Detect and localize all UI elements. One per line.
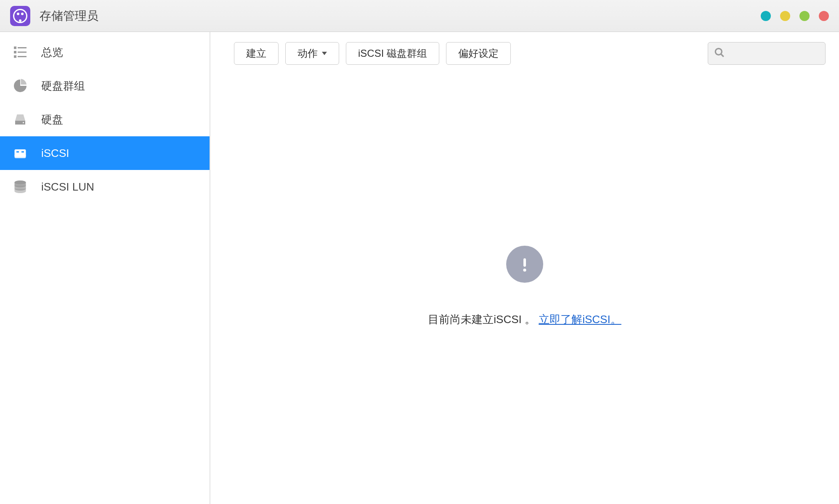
- window-maximize-button[interactable]: [799, 11, 810, 21]
- svg-point-12: [715, 48, 722, 55]
- disk-icon: [11, 110, 29, 129]
- preferences-button[interactable]: 偏好设定: [446, 42, 511, 65]
- sidebar-item-disk[interactable]: 硬盘: [0, 103, 210, 136]
- svg-rect-2: [14, 51, 16, 53]
- learn-more-link[interactable]: 立即了解iSCSI。: [539, 313, 621, 326]
- toolbar: 建立 动作 iSCSI 磁盘群组 偏好设定: [210, 32, 839, 69]
- button-label: iSCSI 磁盘群组: [358, 47, 427, 60]
- svg-rect-0: [14, 47, 16, 49]
- main-content: 建立 动作 iSCSI 磁盘群组 偏好设定: [210, 32, 839, 504]
- svg-point-15: [523, 268, 526, 271]
- svg-rect-10: [21, 151, 24, 153]
- window-minimize-button[interactable]: [780, 11, 790, 21]
- window-close-button[interactable]: [819, 11, 829, 21]
- titlebar: 存储管理员: [0, 0, 839, 32]
- svg-rect-1: [18, 47, 27, 48]
- svg-rect-4: [14, 56, 16, 58]
- button-label: 建立: [246, 47, 266, 60]
- app-title: 存储管理员: [40, 8, 98, 24]
- svg-rect-3: [18, 52, 27, 53]
- create-button[interactable]: 建立: [234, 42, 279, 65]
- sidebar: 总览 硬盘群组 硬盘 iSCSI iSCSI LUN: [0, 32, 210, 504]
- sidebar-item-label: iSCSI LUN: [41, 180, 94, 194]
- search-input[interactable]: [729, 48, 839, 59]
- sidebar-item-label: iSCSI: [41, 147, 69, 160]
- sidebar-item-disk-group[interactable]: 硬盘群组: [0, 69, 210, 103]
- alert-icon: [506, 246, 543, 283]
- sidebar-item-overview[interactable]: 总览: [0, 35, 210, 69]
- svg-point-6: [23, 122, 24, 123]
- svg-rect-8: [15, 154, 26, 158]
- sidebar-item-iscsi[interactable]: iSCSI: [0, 136, 210, 170]
- search-icon: [714, 47, 725, 60]
- svg-rect-14: [523, 258, 526, 267]
- action-button[interactable]: 动作: [285, 42, 339, 65]
- pie-icon: [11, 77, 29, 95]
- svg-rect-5: [18, 56, 27, 57]
- empty-message: 目前尚未建立iSCSI 。: [428, 313, 539, 326]
- sidebar-item-label: 硬盘: [41, 112, 63, 127]
- iscsi-disk-group-button[interactable]: iSCSI 磁盘群组: [346, 42, 439, 65]
- window-help-button[interactable]: [761, 11, 771, 21]
- button-label: 偏好设定: [458, 47, 499, 60]
- search-box[interactable]: [708, 42, 826, 65]
- iscsi-icon: [11, 144, 29, 162]
- sidebar-item-label: 硬盘群组: [41, 79, 85, 93]
- empty-state: 目前尚未建立iSCSI 。 立即了解iSCSI。: [210, 69, 839, 504]
- empty-state-text: 目前尚未建立iSCSI 。 立即了解iSCSI。: [428, 312, 621, 327]
- svg-line-13: [721, 54, 724, 57]
- window-controls: [761, 11, 829, 21]
- chevron-down-icon: [322, 52, 327, 55]
- sidebar-item-label: 总览: [41, 45, 63, 60]
- button-label: 动作: [297, 47, 318, 60]
- svg-rect-9: [16, 151, 19, 153]
- database-icon: [11, 178, 29, 196]
- app-icon: [10, 6, 30, 26]
- sidebar-item-iscsi-lun[interactable]: iSCSI LUN: [0, 170, 210, 204]
- overview-icon: [11, 43, 29, 61]
